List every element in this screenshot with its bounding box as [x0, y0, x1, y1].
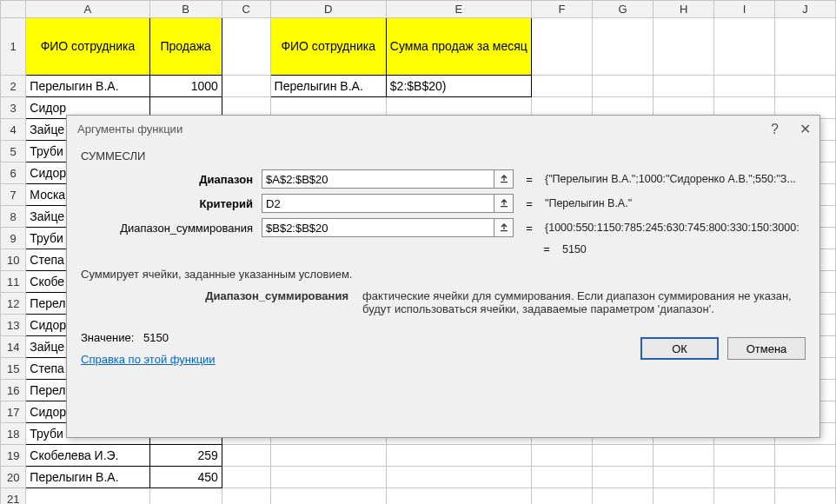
row-header[interactable]: 14 — [1, 336, 26, 358]
cell[interactable]: 1000 — [149, 76, 222, 97]
cell[interactable] — [270, 488, 386, 505]
row-header[interactable]: 17 — [1, 401, 26, 423]
cell[interactable] — [270, 467, 386, 488]
value-result: 5150 — [143, 331, 169, 344]
cell[interactable] — [531, 445, 592, 467]
cell[interactable] — [714, 488, 775, 505]
ok-button[interactable]: ОК — [640, 337, 719, 360]
row-header[interactable]: 15 — [1, 358, 26, 380]
row-header[interactable]: 18 — [1, 423, 26, 445]
cell[interactable] — [774, 488, 835, 505]
cell[interactable] — [774, 18, 835, 76]
col-header-E[interactable]: E — [386, 1, 531, 18]
cell[interactable] — [149, 488, 222, 505]
cell[interactable] — [774, 467, 835, 488]
row-header[interactable]: 2 — [1, 76, 26, 97]
cell[interactable] — [714, 467, 775, 488]
row-header[interactable]: 8 — [1, 206, 26, 228]
range-picker-icon[interactable] — [494, 194, 514, 213]
cell[interactable] — [222, 18, 270, 76]
close-icon[interactable]: ✕ — [800, 121, 811, 137]
row-header[interactable]: 7 — [1, 184, 26, 206]
cell[interactable] — [222, 445, 270, 467]
help-link[interactable]: Справка по этой функции — [81, 353, 216, 366]
cell[interactable] — [592, 488, 653, 505]
table-row: 21 — [1, 488, 836, 505]
argument-input[interactable] — [262, 218, 494, 237]
row-header[interactable]: 20 — [1, 467, 26, 488]
equals-sign: = — [522, 197, 536, 210]
row-header[interactable]: 5 — [1, 141, 26, 162]
cell[interactable] — [222, 488, 270, 505]
range-picker-icon[interactable] — [494, 218, 514, 237]
col-header-H[interactable]: H — [654, 1, 714, 18]
row-header[interactable]: 13 — [1, 315, 26, 336]
cell[interactable]: Перелыгин В.А. — [26, 467, 149, 488]
cell[interactable] — [592, 18, 653, 76]
equals-sign: = — [522, 173, 536, 186]
svg-rect-0 — [501, 182, 508, 182]
row-header[interactable]: 4 — [1, 119, 26, 141]
cell[interactable] — [654, 445, 714, 467]
cell[interactable] — [592, 445, 653, 467]
function-description: Суммирует ячейки, заданные указанным усл… — [81, 268, 807, 281]
cell[interactable] — [654, 488, 714, 505]
cell[interactable] — [592, 467, 653, 488]
cell[interactable]: 450 — [149, 467, 222, 488]
col-header-D[interactable]: D — [270, 1, 386, 18]
cell[interactable] — [531, 76, 592, 97]
cell[interactable]: $2:$B$20) — [386, 76, 531, 97]
cell[interactable] — [531, 18, 592, 76]
cell[interactable] — [654, 18, 714, 76]
row-header[interactable]: 3 — [1, 97, 26, 119]
cell[interactable]: ФИО сотрудника — [270, 18, 386, 76]
row-header[interactable]: 1 — [1, 18, 26, 76]
cell[interactable] — [386, 488, 531, 505]
cell[interactable]: Сумма продаж за месяц — [386, 18, 531, 76]
cell[interactable]: Перелыгин В.А. — [26, 76, 149, 97]
cell[interactable] — [774, 445, 835, 467]
cell[interactable] — [714, 18, 775, 76]
cell[interactable] — [26, 488, 149, 505]
table-row: 20Перелыгин В.А.450 — [1, 467, 836, 488]
cancel-button[interactable]: Отмена — [727, 337, 806, 360]
row-header[interactable]: 12 — [1, 293, 26, 315]
col-header-G[interactable]: G — [592, 1, 653, 18]
cell[interactable]: ФИО сотрудника — [26, 18, 149, 76]
row-header[interactable]: 11 — [1, 271, 26, 293]
cell[interactable]: Скобелева И.Э. — [26, 445, 149, 467]
cell[interactable]: Перелыгин В.А. — [270, 76, 386, 97]
cell[interactable] — [270, 445, 386, 467]
argument-input[interactable] — [262, 169, 494, 189]
cell[interactable] — [714, 76, 775, 97]
cell[interactable] — [654, 76, 714, 97]
cell[interactable] — [531, 467, 592, 488]
col-header-F[interactable]: F — [531, 1, 592, 18]
cell[interactable] — [222, 467, 270, 488]
cell[interactable]: Продажа — [149, 18, 222, 76]
row-header[interactable]: 9 — [1, 228, 26, 249]
col-header-C[interactable]: C — [222, 1, 270, 18]
row-header[interactable]: 16 — [1, 380, 26, 401]
col-header-I[interactable]: I — [714, 1, 775, 18]
help-icon[interactable]: ? — [771, 122, 779, 137]
cell[interactable] — [714, 445, 775, 467]
cell[interactable] — [386, 467, 531, 488]
range-picker-icon[interactable] — [494, 169, 514, 189]
corner-cell[interactable] — [1, 1, 26, 18]
cell[interactable] — [531, 488, 592, 505]
row-header[interactable]: 10 — [1, 249, 26, 271]
row-header[interactable]: 21 — [1, 488, 26, 505]
row-header[interactable]: 19 — [1, 445, 26, 467]
col-header-J[interactable]: J — [774, 1, 835, 18]
cell[interactable] — [774, 76, 835, 97]
cell[interactable] — [592, 76, 653, 97]
col-header-B[interactable]: B — [149, 1, 222, 18]
cell[interactable] — [654, 467, 714, 488]
cell[interactable]: 259 — [149, 445, 222, 467]
row-header[interactable]: 6 — [1, 162, 26, 184]
col-header-A[interactable]: A — [26, 1, 149, 18]
argument-input[interactable] — [262, 194, 494, 213]
cell[interactable] — [386, 445, 531, 467]
cell[interactable] — [222, 76, 270, 97]
